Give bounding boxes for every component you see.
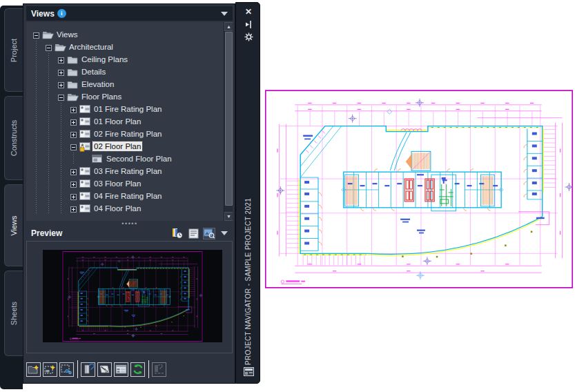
tab-label: Views [10, 215, 18, 235]
view-tools-button[interactable] [59, 362, 74, 377]
scroll-up-icon[interactable]: ▲ [224, 22, 233, 31]
tree-item-01-fire-rating-plan[interactable]: 01 Fire Rating Plan [26, 103, 222, 115]
view-icon [79, 105, 90, 115]
tree-scrollbar[interactable]: ▲ ▼ [224, 22, 233, 221]
tab-label: Sheets [10, 302, 18, 325]
attach-reference-button[interactable] [81, 362, 95, 377]
properties-gear-icon[interactable] [236, 32, 261, 44]
expand-icon[interactable] [70, 193, 77, 202]
tree-item-views[interactable]: Views [26, 28, 222, 41]
plot-preview-button[interactable] [97, 362, 112, 377]
tree-item-03-floor-plan[interactable]: 03 Floor Plan [26, 177, 222, 190]
repath-xref-button [152, 362, 166, 377]
tree-item-label: 04 Floor Plan [92, 204, 142, 213]
tree-item-floor-plans[interactable]: Floor Plans [26, 90, 222, 103]
expand-icon[interactable] [70, 106, 77, 115]
tree-item-label: 03 Fire Rating Plan [92, 166, 163, 176]
expand-icon[interactable] [58, 57, 64, 65]
tree-item-label: 01 Floor Plan [92, 117, 142, 126]
toolbar-separator [77, 360, 78, 378]
new-view-button[interactable] [43, 362, 57, 377]
folder-open-icon [42, 30, 54, 41]
refresh-project-button[interactable] [130, 362, 145, 377]
expand-icon[interactable] [70, 206, 77, 214]
sidebar-tab-constructs[interactable]: Constructs [4, 96, 23, 180]
expand-icon[interactable] [70, 131, 77, 139]
project-navigator-palette: ProjectConstructsViewsSheets Views i ▲ ▼… [0, 0, 261, 392]
sidebar-tab-views[interactable]: Views [4, 184, 23, 266]
details-table-button[interactable] [114, 362, 128, 377]
expand-icon[interactable] [70, 181, 77, 189]
chevron-down-icon[interactable] [221, 12, 228, 16]
preview-title: Preview [31, 228, 62, 238]
tab-label: Project [10, 38, 18, 61]
preview-zoom-icon[interactable] [203, 228, 215, 239]
sidebar-tab-project[interactable]: Project [4, 8, 23, 92]
scroll-down-icon[interactable]: ▼ [224, 212, 233, 221]
views-tree: ▲ ▼ ViewsArchitecturalCeiling PlansDetai… [26, 22, 233, 221]
drawing-viewport[interactable] [264, 90, 574, 288]
collapse-icon[interactable] [58, 94, 64, 102]
tree-item-04-fire-rating-plan[interactable]: 04 Fire Rating Plan [26, 190, 222, 202]
mview-icon [92, 155, 102, 164]
expand-icon[interactable] [70, 168, 77, 177]
tree-item-elevation[interactable]: Elevation [26, 78, 222, 90]
expand-icon[interactable] [58, 81, 64, 90]
view-icon [79, 179, 90, 189]
tree-item-02-fire-rating-plan[interactable]: 02 Fire Rating Plan [26, 128, 222, 140]
tree-item-label: Floor Plans [80, 92, 123, 101]
collapse-icon[interactable] [33, 32, 39, 40]
tree-item-label: Second Floor Plan [105, 154, 173, 164]
views-header-title: Views [31, 9, 55, 19]
tree-item-03-fire-rating-plan[interactable]: 03 Fire Rating Plan [26, 165, 222, 177]
view-icon [79, 204, 90, 214]
tree-item-label: 04 Fire Rating Plan [92, 191, 163, 201]
auto-hide-icon[interactable] [236, 19, 261, 32]
tree-item-04-floor-plan[interactable]: 04 Floor Plan [26, 202, 222, 215]
new-category-button[interactable] [26, 362, 41, 377]
tree-item-01-floor-plan[interactable]: 01 Floor Plan [26, 115, 222, 128]
tree-item-label: Views [55, 30, 79, 39]
tree-item-label: Details [80, 67, 107, 77]
view-lock-icon [79, 142, 90, 153]
view-icon [79, 117, 90, 127]
sidebar-tab-sheets[interactable]: Sheets [4, 271, 23, 356]
folder-icon [67, 80, 78, 90]
palette-title-bar: ✕ PROJECT NAVIGATOR - SAMPLE PROJECT 202… [235, 2, 260, 384]
preview-header: Preview [26, 226, 233, 240]
tree-item-ceiling-plans[interactable]: Ceiling Plans [26, 53, 222, 66]
tree-item-architectural[interactable]: Architectural [26, 41, 222, 53]
views-panel: Views i ▲ ▼ ViewsArchitecturalCeiling Pl… [23, 3, 235, 384]
view-icon [79, 130, 90, 139]
folder-icon [67, 68, 78, 78]
close-icon[interactable]: ✕ [236, 7, 261, 17]
tree-item-label: 02 Fire Rating Plan [92, 129, 163, 139]
details-icon[interactable] [187, 228, 199, 239]
tree-item-details[interactable]: Details [26, 66, 222, 78]
expand-icon[interactable] [70, 119, 77, 127]
expand-icon[interactable] [58, 69, 64, 77]
folder-open-icon [67, 92, 79, 103]
collapse-icon[interactable] [46, 44, 52, 52]
bottom-toolbar [26, 358, 233, 380]
tree-item-02-floor-plan[interactable]: 02 Floor Plan [26, 140, 222, 153]
preview-pane [26, 241, 233, 353]
preview-chevron-down-icon[interactable] [221, 231, 228, 235]
tab-label: Constructs [10, 120, 18, 157]
tree-item-label: Ceiling Plans [80, 55, 129, 64]
splitter-handle[interactable]: ••••• [23, 221, 236, 226]
palette-tab-strip: ProjectConstructsViewsSheets [0, 6, 23, 389]
view-icon [79, 192, 90, 202]
preview-thumbnail[interactable] [43, 250, 222, 342]
tree-item-second-floor-plan[interactable]: Second Floor Plan [26, 153, 222, 165]
folder-open-icon [55, 43, 66, 53]
collapse-icon[interactable] [70, 144, 77, 152]
object-viewer-icon[interactable] [171, 228, 184, 239]
view-icon [79, 167, 90, 177]
palette-properties-icon[interactable] [236, 366, 261, 379]
tree-item-label: 03 Floor Plan [92, 179, 142, 188]
info-icon[interactable]: i [57, 9, 66, 18]
scrollbar-thumb[interactable] [225, 32, 233, 206]
tree-item-label: 02 Floor Plan [92, 141, 142, 151]
views-header: Views i [26, 6, 233, 21]
